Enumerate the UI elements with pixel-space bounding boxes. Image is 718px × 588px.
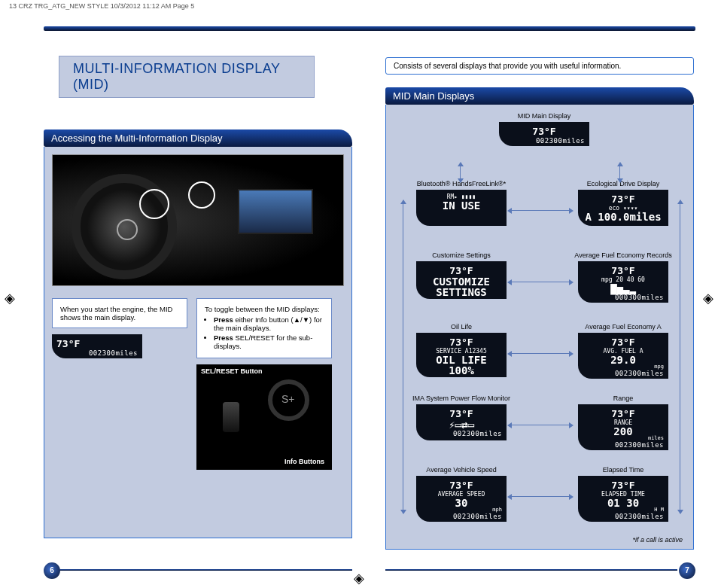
nav-screen-icon [238,189,313,234]
registration-mark-icon: ◈ [703,290,713,306]
chip-temp: 73°F [583,480,664,491]
arrow-icon [510,282,570,282]
display-chip: 73°FRANGE200miles002300miles [578,404,668,450]
display-chip: 73°FCUSTOMIZE SETTINGS [416,261,507,299]
flow-item: Average Fuel Economy Records 73°Fmpg 20 … [570,251,676,303]
flow-item: Oil Life 73°FSERVICE A12345OIL LIFE 100% [409,323,514,377]
flow-caption: Average Vehicle Speed [409,466,514,474]
top-description: Consists of several displays that provid… [385,57,694,75]
page-rule [60,569,352,571]
info-buttons-label: Info Buttons [284,458,324,465]
flow-item-main: MID Main Display 73°F 002300miles [491,112,597,146]
print-header: 13 CRZ TRG_ATG_NEW STYLE 10/3/2012 11:12… [9,2,194,10]
page-title: MULTI-INFORMATION DISPLAY (MID) [59,56,315,98]
chip-temp: 73°F [421,480,502,491]
section-heading-mid-main: MID Main Displays [385,87,694,105]
flow-caption: Average Fuel Economy A [570,323,676,331]
sel-reset-button-icon [223,402,239,432]
flow-item: Range 73°FRANGE200miles002300miles [570,395,676,450]
chip-odometer: 002300miles [583,513,664,520]
toggle-note: To toggle between the MID displays: Pres… [196,298,332,358]
flow-caption: Customize Settings [409,251,514,259]
flow-caption: Range [570,395,676,402]
chip-odometer: 002300miles [56,349,138,357]
chip-temp: 73°F [583,265,664,276]
chip-big: IN USE [421,200,502,211]
chip-temp: 73°F [583,408,664,419]
arrow-icon [460,165,461,180]
arrow-icon [680,203,680,511]
chip-odometer: 002300miles [421,430,502,437]
start-engine-note: When you start the engine, the MID shows… [52,298,187,328]
chip-odometer: 000300miles [583,294,664,301]
chip-temp: 73°F [504,126,585,137]
display-chip: 73°Fmpg 20 40 60▇▅▃▂000300miles [578,261,668,303]
chip-big: OIL LIFE 100% [421,355,502,376]
chip-odometer: 002300miles [583,441,664,449]
callout-circle-icon [139,189,169,219]
page-number-right: 7 [679,562,695,579]
footnote: *if a call is active [632,536,683,544]
page-rule [385,569,677,571]
arrow-icon [619,165,620,180]
page-right: Consists of several displays that provid… [385,56,694,565]
arrow-icon [510,496,570,497]
chip-odometer: 002300miles [421,513,502,520]
flow-item: Bluetooth® HandsFreeLink®* RM▸ ▮▮▮▮IN US… [409,180,514,226]
flow-item: Elapsed Time 73°FELAPSED TIME01 30H M002… [570,466,676,522]
chip-temp: 73°F [421,337,502,348]
flow-item: IMA System Power Flow Monitor 73°F⚡▭⇄▭00… [409,395,514,440]
registration-mark-icon: ◈ [354,570,364,586]
chip-temp: 73°F [583,337,664,348]
chip-big: ⚡▭⇄▭ [421,419,502,430]
display-chip: 73°FELAPSED TIME01 30H M002300miles [578,476,668,522]
arrow-icon [510,353,570,354]
arrow-icon [403,203,403,511]
chip-temp: 73°F [583,193,664,205]
flow-item: Average Fuel Economy A 73°FAVG. FUEL A29… [570,323,676,379]
display-chip: 73°FAVG. FUEL A29.0mpg002300miles [578,333,668,379]
display-chip: 73°Feco ▾▾▾▾A 100.0miles [578,190,668,226]
chip-big: CUSTOMIZE SETTINGS [421,276,502,297]
display-chip: 73°FSERVICE A12345OIL LIFE 100% [416,333,507,377]
steering-wheel-icon [71,174,177,279]
chip-big: A 100.0miles [583,212,664,222]
chip-temp: 73°F [421,408,502,419]
flow-caption: Elapsed Time [570,466,676,474]
flow-caption: IMA System Power Flow Monitor [409,395,514,402]
bold-word: Press [214,315,233,324]
button-photo: SEL/RESET Button Info Buttons [196,364,332,470]
registration-mark-icon: ◈ [5,290,15,306]
mid-flow-diagram: MID Main Display 73°F 002300miles Blueto… [394,112,686,541]
arrow-icon [510,425,570,425]
flow-item: Ecological Drive Display 73°Feco ▾▾▾▾A 1… [570,180,676,226]
info-button-icon [268,379,309,421]
chip-temp: 73°F [56,338,138,349]
arrow-icon [510,210,570,211]
page-number-left: 6 [44,562,60,579]
callout-circle-icon [188,181,215,209]
top-divider [44,26,695,31]
dashboard-photo [52,154,344,286]
start-engine-text: When you start the engine, the MID shows… [60,305,172,321]
page-left: MULTI-INFORMATION DISPLAY (MID) Accessin… [44,56,352,565]
flow-caption: Oil Life [409,323,514,331]
sel-reset-label: SEL/RESET Button [201,367,263,375]
bold-word: Press [214,334,233,342]
flow-caption: Ecological Drive Display [570,180,676,187]
toggle-intro: To toggle between the MID displays: [205,305,320,313]
flow-caption: Average Fuel Economy Records [570,251,676,259]
flow-caption: MID Main Display [491,112,597,120]
chip-temp: 73°F [421,265,502,276]
mid-main-chip: 73°F 002300miles [52,334,142,358]
flow-item: Average Vehicle Speed 73°FAVERAGE SPEED3… [409,466,514,522]
display-chip: RM▸ ▮▮▮▮IN USE [416,190,507,226]
flow-item: Customize Settings 73°FCUSTOMIZE SETTING… [409,251,514,299]
chip-odometer: 002300miles [504,137,585,145]
section-heading-accessing: Accessing the Multi-Information Display [44,129,352,147]
display-chip: 73°F⚡▭⇄▭002300miles [416,404,507,440]
display-chip: 73°FAVERAGE SPEED30mph002300miles [416,476,507,522]
chip-odometer: 002300miles [583,370,664,377]
chip-big: ▇▅▃▂ [583,283,664,294]
